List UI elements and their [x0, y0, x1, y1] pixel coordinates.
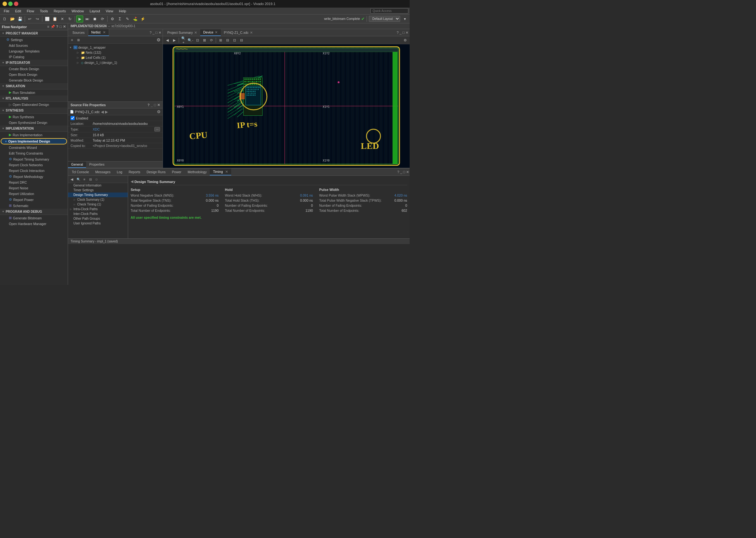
props-tab-general[interactable]: General [68, 162, 86, 168]
nav-edit-timing-constraints[interactable]: Edit Timing Constraints [0, 150, 68, 156]
toolbar-spark[interactable]: ⚡ [139, 16, 146, 23]
tab-sources[interactable]: Sources [69, 29, 88, 36]
menu-layout[interactable]: Layout [87, 9, 102, 14]
props-type-button[interactable]: ··· [154, 127, 160, 132]
nav-run-simulation[interactable]: ▶ Run Simulation [0, 89, 68, 95]
source-help-icon[interactable]: ? [149, 31, 151, 34]
src-tb-expand[interactable]: ⊞ [76, 37, 81, 43]
timing-tree-check-timing[interactable]: ▷ Check Timing (1) [68, 202, 128, 207]
nav-report-clock-interaction[interactable]: Report Clock Interaction [0, 168, 68, 174]
dev-tb-zoom-out[interactable]: 🔍- [187, 37, 194, 43]
toolbar-step[interactable]: ⏭ [84, 16, 91, 23]
src-tb-options[interactable]: ⚙ [156, 37, 161, 43]
tab-device[interactable]: Device ✕ [200, 29, 221, 36]
tab-project-summary[interactable]: Project Summary ✕ [164, 29, 200, 36]
timing-tree-collapse-btn[interactable]: ◀ [69, 177, 74, 182]
dts-collapse-arrow[interactable]: ◀ [131, 180, 133, 184]
tree-design-i[interactable]: ▷ ◇ design_1_i (design_1) [68, 60, 163, 65]
source-close-icon[interactable]: ✕ [158, 31, 161, 35]
maximize-button[interactable] [8, 2, 13, 6]
section-synthesis[interactable]: ▼ SYNTHESIS [0, 107, 68, 114]
nav-constraints-wizard[interactable]: Constraints Wizard [0, 145, 68, 150]
bot-help-icon[interactable]: ? [397, 170, 399, 174]
toolbar-restart[interactable]: ⟳ [99, 16, 106, 23]
dev-tb-highlight[interactable]: ⊡ [231, 37, 238, 43]
timing-tree-other-path-groups[interactable]: Other Path Groups [68, 216, 128, 221]
minimize-button[interactable] [3, 2, 7, 6]
tab-xdc-close[interactable]: ✕ [250, 31, 253, 34]
nav-report-timing-summary[interactable]: ⚙ Report Timing Summary [0, 156, 68, 162]
toolbar-debug[interactable]: ⛳ [132, 16, 139, 23]
toolbar-run[interactable]: ▶ [76, 16, 83, 23]
timing-tb-collapse[interactable]: ⊟ [88, 177, 93, 182]
props-close-icon[interactable]: ✕ [157, 103, 160, 107]
tree-nets[interactable]: ▷ 📁 Nets (132) [68, 50, 163, 55]
toolbar-save[interactable]: 💾 [17, 16, 24, 23]
nav-open-elaborated-design[interactable]: ▷ Open Elaborated Design [0, 102, 68, 107]
timing-tab-close[interactable]: ✕ [225, 170, 228, 174]
nav-report-drc[interactable]: Report DRC [0, 180, 68, 185]
bot-tab-methodology[interactable]: Methodology [184, 169, 210, 175]
tree-leaf-cells[interactable]: ▷ 📁 Leaf Cells (1) [68, 55, 163, 60]
bot-tab-design-runs[interactable]: Design Runs [143, 169, 169, 175]
source-min-icon[interactable]: _ [152, 31, 154, 34]
bot-max-icon[interactable]: □ [403, 170, 405, 174]
section-ip-integrator[interactable]: ▼ IP INTEGRATOR [0, 60, 68, 66]
dev-close-icon[interactable]: ✕ [406, 31, 408, 35]
bot-tab-timing[interactable]: Timing ✕ [210, 169, 231, 176]
flow-nav-expand-icon[interactable]: □ [59, 25, 62, 29]
menu-tools[interactable]: Tools [37, 9, 51, 14]
nav-add-sources[interactable]: Add Sources [0, 43, 68, 48]
quick-access-input[interactable] [371, 8, 408, 14]
timing-tree-design-timing-summary[interactable]: Design Timing Summary [68, 192, 128, 197]
layout-dropdown[interactable]: Default Layout [369, 16, 400, 22]
nav-run-implementation[interactable]: ▶ Run Implementation [0, 132, 68, 138]
layout-dropdown-arrow[interactable]: ▾ [401, 16, 408, 23]
toolbar-stop[interactable]: ⏹ [91, 16, 98, 23]
source-max-icon[interactable]: □ [155, 31, 157, 34]
nav-open-hardware-manager[interactable]: Open Hardware Manager [0, 221, 68, 227]
bot-tab-power[interactable]: Power [169, 169, 185, 175]
dev-tb-grid[interactable]: ⊞ [217, 37, 224, 43]
dev-tb-place[interactable]: ⊟ [238, 37, 245, 43]
toolbar-redo[interactable]: ↪ [34, 16, 41, 23]
flow-nav-help-icon[interactable]: ? [56, 25, 59, 29]
nav-run-synthesis[interactable]: ▶ Run Synthesis [0, 114, 68, 120]
menu-view[interactable]: View [103, 9, 116, 14]
nav-schematic[interactable]: ⊞ Schematic [0, 203, 68, 209]
timing-tb-filter[interactable]: ⊙ [94, 177, 99, 182]
timing-tree-general-info[interactable]: General Information [68, 183, 128, 188]
nav-create-block-design[interactable]: Create Block Design [0, 66, 68, 72]
toolbar-paste[interactable]: 📋 [51, 16, 58, 23]
props-enabled-checkbox[interactable] [71, 116, 75, 120]
menu-flow[interactable]: Flow [24, 9, 37, 14]
toolbar-script[interactable]: ✎ [124, 16, 131, 23]
flow-nav-pin-icon[interactable]: 📌 [51, 25, 55, 29]
dev-tb-back[interactable]: ◀ [164, 37, 170, 43]
flow-nav-collapse-icon[interactable]: ≡ [47, 25, 49, 29]
bot-tab-tcl[interactable]: Tcl Console [69, 169, 92, 175]
section-project-manager[interactable]: ▼ PROJECT MANAGER [0, 30, 68, 37]
toolbar-refresh[interactable]: ↻ [66, 16, 73, 23]
timing-tree-user-ignored[interactable]: User Ignored Paths [68, 221, 128, 226]
netlist-tab-close[interactable]: ✕ [103, 30, 106, 34]
dev-min-icon[interactable]: _ [399, 31, 401, 35]
props-max-icon[interactable]: □ [154, 103, 156, 107]
window-controls[interactable] [3, 2, 18, 6]
nav-report-clock-networks[interactable]: Report Clock Networks [0, 162, 68, 168]
section-simulation[interactable]: ▼ SIMULATION [0, 83, 68, 89]
dev-tb-select[interactable]: ⊠ [201, 37, 207, 43]
tab-ps-close[interactable]: ✕ [194, 31, 197, 34]
tab-pynq-xdc[interactable]: PYNQ-Z1_C.xdc ✕ [221, 29, 256, 36]
props-help-icon[interactable]: ? [147, 103, 149, 107]
toolbar-undo[interactable]: ↩ [26, 16, 33, 23]
bot-tab-messages[interactable]: Messages [92, 169, 114, 175]
dev-tb-zoom-in[interactable]: 🔍+ [180, 37, 187, 43]
timing-tb-expand[interactable]: ≡ [82, 177, 87, 182]
device-view[interactable]: X0Y2 X1Y2 X0Y0 X1Y0 X0Y1 X1Y1 [163, 44, 410, 168]
toolbar-settings[interactable]: ⚙ [109, 16, 116, 23]
nav-report-methodology[interactable]: ⚙ Report Methodology [0, 174, 68, 180]
props-nav-right[interactable]: ▶ [105, 110, 108, 114]
dev-help-icon[interactable]: ? [397, 31, 399, 35]
props-nav-left[interactable]: ◀ [101, 110, 104, 114]
